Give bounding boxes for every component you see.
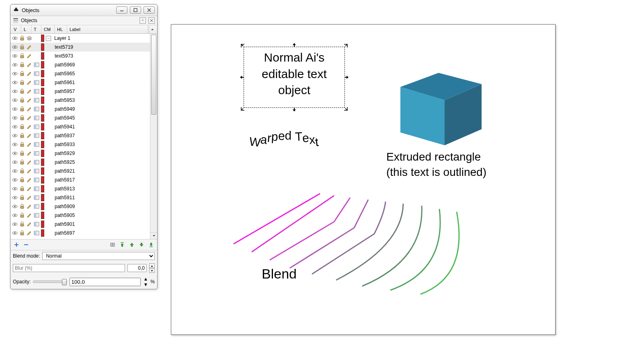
selection-handle-w[interactable]	[240, 75, 244, 79]
col-type[interactable]: T	[32, 25, 41, 33]
visibility-toggle[interactable]	[12, 221, 18, 227]
object-label[interactable]: path5921	[53, 168, 75, 174]
selection-handle-sw[interactable]	[241, 107, 245, 111]
object-row[interactable]: path5905	[10, 211, 150, 220]
remove-layer-button[interactable]	[23, 241, 30, 248]
selection-handle-ne[interactable]	[344, 44, 348, 48]
visibility-toggle[interactable]	[12, 35, 18, 41]
object-row[interactable]: path5917	[10, 175, 150, 184]
highlight-swatch[interactable]	[41, 176, 44, 184]
lock-toggle[interactable]	[19, 133, 25, 138]
window-minimize-button[interactable]	[116, 6, 127, 14]
selected-text-content[interactable]: Normal Ai's editable text object	[244, 47, 345, 101]
highlight-swatch[interactable]	[41, 229, 44, 237]
highlight-swatch[interactable]	[41, 52, 44, 60]
highlight-swatch[interactable]	[41, 79, 44, 86]
warped-text[interactable]: Warped Text	[232, 131, 336, 145]
blur-value[interactable]	[127, 264, 147, 272]
object-label[interactable]: path5941	[53, 124, 75, 130]
object-label[interactable]: path5917	[53, 177, 75, 183]
object-row[interactable]: path5911	[10, 193, 150, 202]
window-close-button[interactable]	[144, 6, 155, 14]
lock-toggle[interactable]	[19, 44, 25, 50]
opacity-spin-up[interactable]: ▲	[143, 276, 148, 282]
highlight-swatch[interactable]	[41, 97, 44, 104]
lock-toggle[interactable]	[19, 97, 25, 103]
col-label[interactable]: Label	[68, 25, 148, 33]
blend-mode-select[interactable]: Normal	[42, 252, 155, 260]
object-row[interactable]: path5921	[10, 167, 150, 175]
object-row[interactable]: path5933	[10, 140, 150, 149]
object-row[interactable]: path5945	[10, 113, 150, 122]
object-label[interactable]: path5961	[53, 80, 75, 85]
scrollbar-thumb[interactable]	[151, 35, 156, 115]
lock-toggle[interactable]	[19, 168, 25, 174]
object-label[interactable]: path5945	[53, 115, 75, 121]
object-label[interactable]: path5925	[53, 159, 75, 165]
selection-handle-nw[interactable]	[241, 44, 245, 48]
highlight-swatch[interactable]	[41, 221, 44, 228]
visibility-toggle[interactable]	[12, 204, 18, 209]
visibility-toggle[interactable]	[12, 97, 18, 103]
object-label[interactable]: path5933	[53, 142, 75, 147]
object-row[interactable]: path5897	[10, 229, 150, 237]
object-row[interactable]: text5719	[10, 43, 150, 52]
scroll-up-button[interactable]	[149, 25, 156, 33]
move-to-bottom-button[interactable]	[148, 241, 155, 248]
selection-handle-e[interactable]	[345, 75, 349, 79]
object-label[interactable]: text5973	[53, 53, 73, 59]
opacity-spin-down[interactable]: ▼	[143, 282, 148, 287]
visibility-toggle[interactable]	[12, 195, 18, 200]
object-row[interactable]: path5949	[10, 105, 150, 113]
opacity-slider[interactable]	[33, 281, 67, 283]
object-label[interactable]: path5965	[53, 71, 75, 76]
expand-toggle[interactable]: −	[46, 36, 51, 41]
collapse-all-button[interactable]	[109, 241, 116, 248]
object-row[interactable]: path5913	[10, 184, 150, 193]
highlight-swatch[interactable]	[41, 159, 44, 166]
highlight-swatch[interactable]	[41, 141, 44, 148]
selected-text-object[interactable]: Normal Ai's editable text object	[244, 47, 345, 108]
visibility-toggle[interactable]	[12, 89, 18, 94]
visibility-toggle[interactable]	[12, 106, 18, 112]
object-label[interactable]: path5929	[53, 151, 75, 156]
selection-handle-se[interactable]	[344, 107, 348, 111]
lock-toggle[interactable]	[19, 151, 25, 156]
object-row[interactable]: text5973	[10, 52, 150, 60]
object-label[interactable]: path5957	[53, 89, 75, 94]
object-label[interactable]: path5913	[53, 186, 75, 192]
blur-field[interactable]	[13, 264, 125, 272]
visibility-toggle[interactable]	[12, 177, 18, 183]
object-row[interactable]: path5941	[10, 122, 150, 131]
lock-toggle[interactable]	[19, 115, 25, 121]
col-visible[interactable]: V	[12, 25, 21, 33]
visibility-toggle[interactable]	[12, 71, 18, 76]
object-label[interactable]: path5949	[53, 106, 75, 112]
highlight-swatch[interactable]	[41, 123, 44, 130]
layer-row[interactable]: −Layer 1	[10, 34, 150, 43]
visibility-toggle[interactable]	[12, 142, 18, 147]
highlight-swatch[interactable]	[41, 43, 44, 51]
visibility-toggle[interactable]	[12, 213, 18, 218]
highlight-swatch[interactable]	[41, 35, 44, 42]
visibility-toggle[interactable]	[12, 62, 18, 68]
visibility-toggle[interactable]	[12, 80, 18, 85]
object-row[interactable]: path5925	[10, 158, 150, 167]
window-maximize-button[interactable]	[130, 6, 141, 14]
lock-toggle[interactable]	[19, 213, 25, 218]
objects-list[interactable]: −Layer 1text5719text5973path5969path5965…	[10, 34, 150, 239]
visibility-toggle[interactable]	[12, 159, 18, 165]
lock-toggle[interactable]	[19, 142, 25, 147]
dock-detach-button[interactable]	[139, 17, 146, 24]
highlight-swatch[interactable]	[41, 150, 44, 157]
extruded-cube[interactable]	[388, 65, 493, 149]
blur-spin-down[interactable]: ▼	[149, 268, 155, 273]
lock-toggle[interactable]	[19, 159, 25, 165]
object-row[interactable]: path5929	[10, 149, 150, 158]
layer-label[interactable]: Layer 1	[53, 35, 70, 41]
col-lock[interactable]: L	[22, 25, 31, 33]
visibility-toggle[interactable]	[12, 151, 18, 156]
visibility-toggle[interactable]	[12, 168, 18, 174]
object-label[interactable]: path5897	[53, 230, 75, 236]
object-label[interactable]: path5969	[53, 62, 75, 68]
